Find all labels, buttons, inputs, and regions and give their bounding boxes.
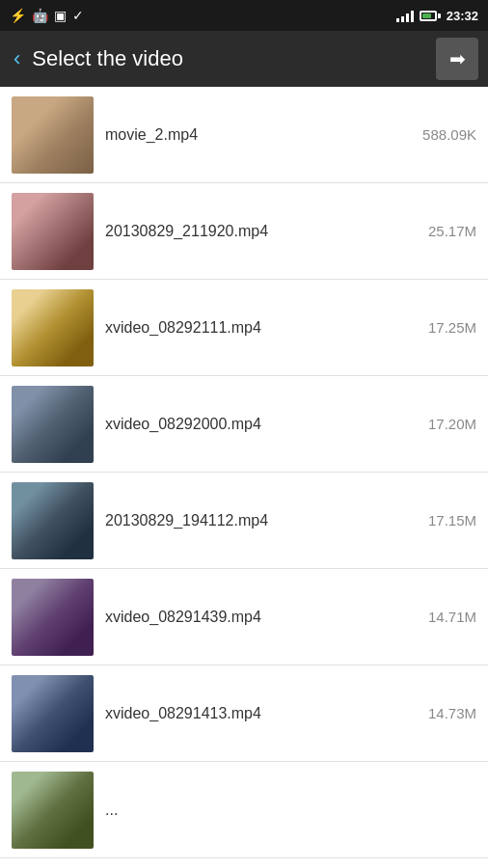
list-item[interactable]: 20130829_194112.mp4 17.15M	[0, 473, 488, 569]
video-info: 20130829_194112.mp4	[94, 512, 428, 529]
video-name: xvideo_08292111.mp4	[105, 319, 417, 337]
video-size: 588.09K	[422, 126, 476, 143]
toolbar: ‹ Select the video ➡	[0, 31, 488, 87]
check-icon: ✓	[72, 8, 84, 23]
video-size: 17.15M	[428, 512, 476, 529]
video-info: movie_2.mp4	[94, 126, 422, 144]
video-info: xvideo_08292000.mp4	[94, 416, 428, 433]
video-size: 17.25M	[428, 319, 476, 336]
video-info: xvideo_08292111.mp4	[94, 319, 428, 337]
video-thumbnail	[12, 482, 94, 559]
video-thumbnail	[12, 675, 94, 752]
video-thumbnail	[12, 193, 94, 270]
video-thumbnail	[12, 96, 94, 174]
export-icon: ➡	[449, 47, 466, 70]
video-thumbnail	[12, 772, 94, 849]
list-item[interactable]: xvideo_08292111.mp4 17.25M	[0, 280, 488, 376]
video-size: 14.73M	[428, 705, 476, 721]
folder-export-button[interactable]: ➡	[436, 38, 478, 80]
video-name: 20130829_194112.mp4	[105, 512, 417, 529]
video-name: xvideo_08292000.mp4	[105, 416, 417, 433]
video-size: 17.20M	[428, 416, 476, 432]
time-display: 23:32	[447, 9, 478, 23]
video-thumbnail	[12, 579, 94, 656]
status-bar: ⚡ 🤖 ▣ ✓ 23:32	[0, 0, 488, 31]
battery-icon	[420, 11, 441, 21]
video-name: movie_2.mp4	[105, 126, 411, 144]
status-icons: ⚡ 🤖 ▣ ✓	[10, 8, 84, 23]
video-size: 14.71M	[428, 609, 476, 625]
list-item[interactable]: xvideo_08292000.mp4 17.20M	[0, 376, 488, 473]
list-item[interactable]: xvideo_08291439.mp4 14.71M	[0, 569, 488, 665]
video-info: 20130829_211920.mp4	[94, 223, 428, 240]
video-size: 25.17M	[428, 223, 476, 239]
video-info: ...	[94, 801, 476, 819]
list-item[interactable]: ...	[0, 762, 488, 858]
video-list: movie_2.mp4 588.09K 20130829_211920.mp4 …	[0, 87, 488, 868]
video-name: ...	[105, 801, 465, 819]
video-name: xvideo_08291439.mp4	[105, 609, 417, 626]
list-item[interactable]: xvideo_08291413.mp4 14.73M	[0, 665, 488, 762]
page-title: Select the video	[32, 46, 183, 71]
video-thumbnail	[12, 386, 94, 463]
video-info: xvideo_08291439.mp4	[94, 609, 428, 626]
status-right: 23:32	[396, 9, 478, 23]
video-name: xvideo_08291413.mp4	[105, 705, 417, 722]
video-info: xvideo_08291413.mp4	[94, 705, 428, 722]
video-name: 20130829_211920.mp4	[105, 223, 417, 240]
list-item[interactable]: movie_2.mp4 588.09K	[0, 87, 488, 183]
android-icon: 🤖	[32, 8, 48, 23]
list-item[interactable]: 20130829_211920.mp4 25.17M	[0, 183, 488, 280]
signal-icon	[396, 9, 414, 22]
video-thumbnail	[12, 289, 94, 366]
back-button[interactable]: ‹	[10, 42, 24, 75]
usb-icon: ⚡	[10, 8, 26, 23]
file-icon: ▣	[54, 8, 67, 23]
toolbar-left: ‹ Select the video	[10, 42, 183, 75]
